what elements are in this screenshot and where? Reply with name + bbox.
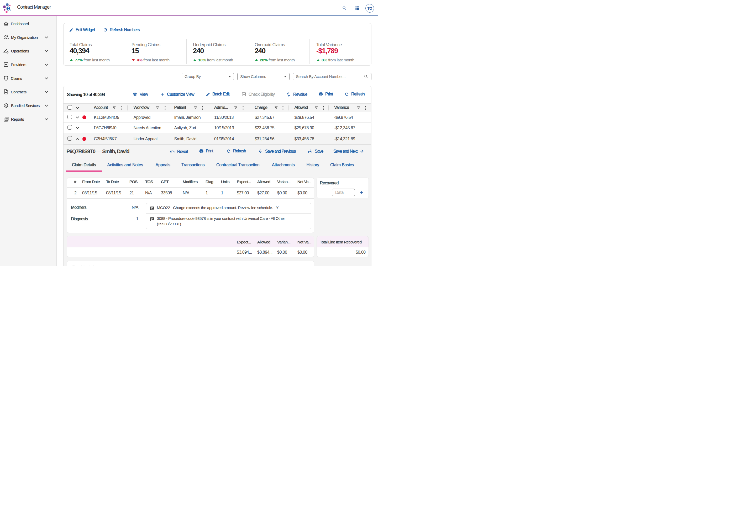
svg-text:e: e	[6, 4, 10, 12]
